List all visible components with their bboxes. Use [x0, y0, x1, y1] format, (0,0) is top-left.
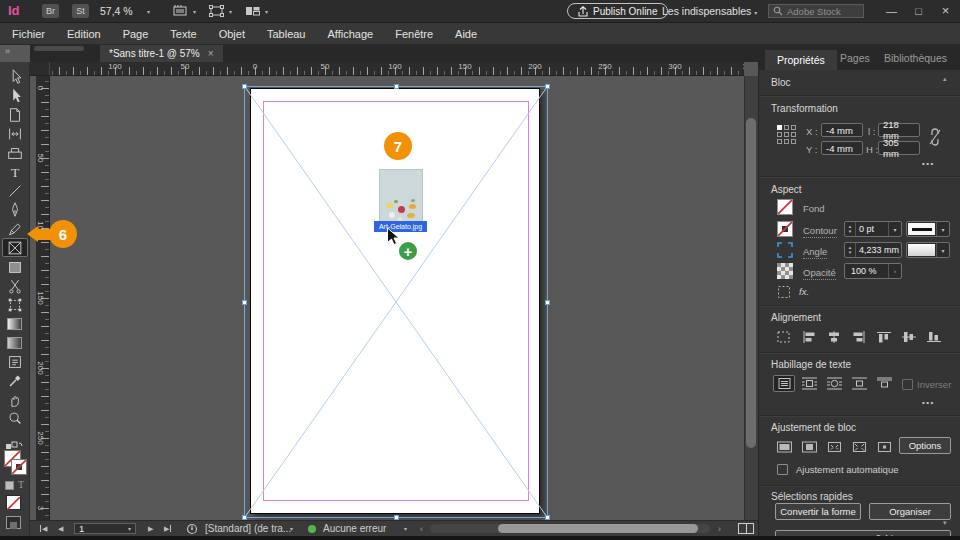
wrap-bounding-box-icon[interactable]	[798, 375, 820, 392]
wrap-object-shape-icon[interactable]	[823, 375, 845, 392]
reference-point-selector[interactable]	[777, 125, 797, 145]
align-bottom-icon[interactable]	[923, 328, 945, 345]
tools-dock-grip[interactable]	[34, 46, 84, 51]
fit-content-to-frame-icon[interactable]	[848, 438, 870, 455]
reference-point-5[interactable]	[791, 132, 796, 137]
constrain-proportions-broken-link-icon[interactable]	[928, 126, 942, 150]
tool-pencil-tool[interactable]	[2, 219, 28, 238]
align-left-icon[interactable]	[798, 328, 820, 345]
align-right-icon[interactable]	[848, 328, 870, 345]
invert-checkbox[interactable]	[902, 379, 913, 390]
page-number-field[interactable]: 1▾	[74, 523, 136, 534]
arrange-documents-chevron-icon[interactable]: ▾	[265, 8, 268, 15]
convert-shape-button[interactable]: Convertir la forme	[775, 503, 861, 520]
pasteboard[interactable]: 7 Art-Gelato.jpg +	[50, 76, 744, 520]
menu-fichier[interactable]: Fichier	[1, 28, 56, 40]
x-field[interactable]: -4 mm	[821, 123, 863, 137]
first-page-button[interactable]: ◀	[40, 521, 47, 536]
opacity-control[interactable]: 100 % ›	[844, 263, 902, 279]
tab-proprietes[interactable]: Propriétés	[765, 50, 837, 70]
tool-zoom-tool[interactable]	[2, 409, 28, 428]
wrap-none-icon[interactable]	[773, 375, 795, 392]
canvas-vertical-scrollbar-thumb[interactable]	[746, 118, 756, 448]
menu-fenêtre[interactable]: Fenêtre	[384, 28, 444, 40]
fit-content-proportionally-icon[interactable]	[798, 438, 820, 455]
apply-none-swatch[interactable]	[6, 495, 21, 510]
horizontal-ruler[interactable]: 0100500501001502002503003	[50, 62, 744, 76]
reference-point-2[interactable]	[791, 125, 796, 130]
maximize-button[interactable]: □	[905, 0, 932, 21]
opacity-label[interactable]: Opacité	[803, 267, 836, 280]
horizontal-scrollbar-thumb[interactable]	[498, 524, 698, 533]
arrange-button[interactable]: Organiser	[869, 503, 951, 520]
tool-gradient-feather-tool[interactable]	[2, 333, 28, 352]
tool-type-tool[interactable]: T	[2, 162, 28, 181]
wrap-jump-object-icon[interactable]	[848, 375, 870, 392]
stroke-style-chevron-icon[interactable]: ▾	[936, 222, 949, 236]
stepper-arrows-icon[interactable]: ▲▼	[845, 222, 856, 236]
preflight-profile-selector[interactable]: [Standard] (de tra...	[205, 521, 291, 536]
scroll-left-icon[interactable]: ‹	[420, 521, 423, 536]
tool-gradient-tool[interactable]	[2, 314, 28, 333]
ruler-origin-corner[interactable]	[30, 62, 50, 76]
reference-point-6[interactable]	[777, 139, 782, 144]
height-field[interactable]: 305 mm	[878, 141, 920, 155]
tool-rectangle-tool[interactable]	[2, 257, 28, 276]
preflight-status[interactable]: Aucune erreur	[308, 521, 386, 536]
corner-label[interactable]: Angle	[803, 246, 827, 259]
preflight-icon[interactable]	[186, 521, 198, 536]
fill-frame-proportionally-icon[interactable]	[773, 438, 795, 455]
width-field[interactable]: 218 mm	[878, 123, 920, 137]
spread-view-icon[interactable]	[738, 523, 754, 534]
fx-effects-button[interactable]: fx.	[799, 286, 809, 297]
tool-scissors-tool[interactable]	[2, 276, 28, 295]
opacity-expand-icon[interactable]: ›	[888, 264, 901, 278]
tab-close-icon[interactable]: ×	[208, 48, 214, 59]
tool-direct-selection-tool[interactable]	[2, 67, 28, 86]
selection-handle[interactable]	[394, 84, 399, 89]
publish-online-button[interactable]: Publish Online	[567, 3, 668, 19]
fill-swatch-icon[interactable]	[777, 199, 793, 215]
selection-handle[interactable]	[242, 84, 247, 89]
tool-pen-tool[interactable]	[2, 200, 28, 219]
adobe-stock-search-input[interactable]: Adobe Stock	[768, 4, 864, 18]
menu-objet[interactable]: Objet	[208, 28, 256, 40]
stroke-style-dropdown[interactable]: ▾	[906, 221, 950, 237]
text-wrap-more-options[interactable]: •••	[922, 398, 935, 407]
collapse-panels-icon[interactable]: »	[5, 46, 8, 56]
formatting-affects-text-icon[interactable]: T	[18, 479, 24, 490]
reference-point-3[interactable]	[777, 132, 782, 137]
panel-scroll-up-icon[interactable]: ▴	[943, 75, 947, 83]
tool-gap-tool[interactable]	[2, 124, 28, 143]
fitting-options-button[interactable]: Options	[899, 437, 951, 454]
bridge-button[interactable]: Br	[42, 4, 59, 18]
tool-content-collector-tool[interactable]	[2, 143, 28, 162]
stroke-weight-chevron-icon[interactable]: ▾	[888, 222, 901, 236]
menu-page[interactable]: Page	[112, 28, 160, 40]
menu-tableau[interactable]: Tableau	[256, 28, 317, 40]
arrange-documents-icon[interactable]	[245, 4, 261, 22]
align-vertical-center-icon[interactable]	[898, 328, 920, 345]
corner-options-icon[interactable]	[777, 242, 793, 260]
tool-note-tool[interactable]	[2, 352, 28, 371]
y-field[interactable]: -4 mm	[821, 141, 863, 155]
reference-point-0[interactable]	[777, 125, 782, 130]
menu-edition[interactable]: Edition	[56, 28, 112, 40]
preflight-chevron-icon[interactable]: ▾	[290, 521, 293, 536]
tool-selection-tool[interactable]	[2, 86, 28, 105]
zoom-chevron-icon[interactable]: ▾	[147, 8, 150, 15]
corner-shape-chevron-icon[interactable]: ▾	[936, 243, 949, 257]
reference-point-7[interactable]	[784, 139, 789, 144]
tool-free-transform-tool[interactable]	[2, 295, 28, 314]
tool-rectangle-frame-tool[interactable]	[2, 238, 28, 257]
auto-fit-checkbox[interactable]	[777, 464, 788, 475]
menu-aide[interactable]: Aide	[444, 28, 488, 40]
menu-texte[interactable]: Texte	[159, 28, 207, 40]
vertical-ruler[interactable]: 0501001502002503	[36, 76, 50, 520]
align-top-icon[interactable]	[873, 328, 895, 345]
stroke-weight-stepper[interactable]: ▲▼ 0 pt ▾	[844, 221, 902, 237]
corner-shape-dropdown[interactable]: ▾	[906, 242, 950, 258]
screen-mode-icon[interactable]	[209, 4, 225, 22]
tab-bibliotheques[interactable]: Bibliothèques	[884, 52, 947, 64]
opacity-checkerboard-icon[interactable]	[777, 263, 793, 281]
